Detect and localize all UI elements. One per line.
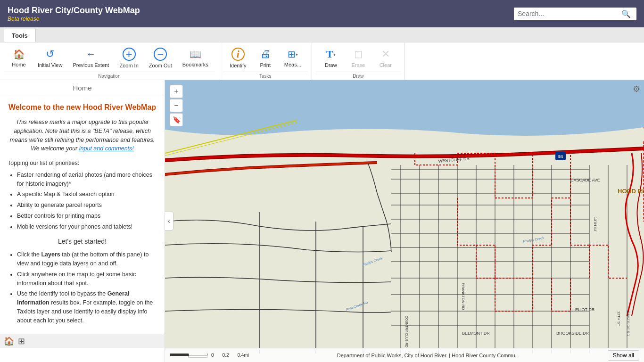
- measure-button[interactable]: ⊞ ▾ Meas...: [280, 47, 306, 69]
- instruction-item-1: Click the Layers tab (at the bottom of t…: [17, 250, 157, 268]
- clear-label: Clear: [380, 62, 392, 68]
- draw-group-label: Draw: [316, 72, 401, 80]
- left-panel: Home Welcome to the new Hood River WebMa…: [0, 80, 165, 362]
- print-button[interactable]: 🖨 Print: [252, 46, 279, 70]
- scale-labels-area: 0 0.2 0.4mi: [211, 353, 249, 358]
- print-icon: 🖨: [260, 48, 271, 60]
- beta-label: Beta release: [8, 16, 140, 22]
- measure-label: Meas...: [284, 62, 301, 67]
- priorities-list: Faster rendering of aerial photos (and m…: [8, 171, 157, 231]
- erase-button[interactable]: ◻ Erase: [345, 46, 372, 70]
- map-bottom-bar: 0 0.2 0.4mi Department of Public Works, …: [165, 348, 644, 362]
- zoom-in-label: Zoom In: [119, 63, 138, 68]
- svg-text:CASCADE AVE: CASCADE AVE: [570, 178, 600, 182]
- tasks-group-label: Tasks: [223, 72, 308, 80]
- welcome-title: Welcome to the new Hood River WebMap: [8, 102, 157, 113]
- map-zoom-in-button[interactable]: +: [170, 85, 183, 98]
- panel-header: Home: [0, 80, 165, 96]
- erase-label: Erase: [351, 62, 365, 68]
- instructions-list: Click the Layers tab (at the bottom of t…: [8, 250, 157, 325]
- zoom-out-button[interactable]: − Zoom Out: [144, 46, 177, 70]
- svg-text:13TH ST: 13TH ST: [593, 217, 597, 232]
- toolbar-draw-group: T ▾ Draw ◻ Erase ✕ Clear Draw: [312, 42, 405, 80]
- priority-item: Better controls for printing maps: [17, 212, 157, 221]
- svg-text:FRANKTON RD: FRANKTON RD: [461, 283, 465, 310]
- draw-text-icon: T: [326, 48, 333, 60]
- measure-dropdown-arrow: ▾: [296, 52, 298, 57]
- svg-rect-66: [170, 354, 189, 355]
- bookmarks-icon: 📖: [190, 49, 201, 60]
- search-input[interactable]: [518, 10, 621, 17]
- svg-rect-67: [189, 355, 207, 357]
- measure-icon: ⊞: [288, 49, 296, 60]
- scale-area: 0 0.2 0.4mi: [170, 351, 249, 360]
- scale-label-02: 0.2: [223, 353, 229, 358]
- toolbar-navigation-group: 🏠 Home ↺ Initial View ← Previous Extent …: [0, 42, 219, 80]
- attribution-text: Department of Public Works, City of Hood…: [337, 353, 520, 358]
- bookmarks-button[interactable]: 📖 Bookmarks: [178, 47, 213, 69]
- clear-icon: ✕: [381, 48, 390, 60]
- initial-view-icon: ↺: [46, 48, 54, 60]
- bottom-panel-tabs: 🏠 ⊞: [0, 334, 165, 348]
- intro-link[interactable]: input and comments!: [79, 145, 134, 152]
- identify-label: Identify: [230, 63, 246, 68]
- home-button[interactable]: 🏠 Home: [6, 47, 32, 69]
- general-info-bold: General Information: [17, 290, 129, 306]
- draw-button[interactable]: T ▾ Draw: [318, 46, 344, 70]
- initial-view-button[interactable]: ↺ Initial View: [33, 46, 67, 70]
- instruction-item-3: Use the Identify tool to bypass the Gene…: [17, 289, 157, 325]
- map-svg: WESTCLIFF DR CASCADE AVE OAK ST FRANKTON…: [165, 80, 644, 362]
- identify-button[interactable]: i Identify: [225, 46, 251, 70]
- show-all-button[interactable]: Show all: [608, 350, 639, 361]
- home-bottom-icon[interactable]: 🏠: [4, 336, 14, 346]
- navigation-buttons: 🏠 Home ↺ Initial View ← Previous Extent …: [4, 42, 215, 72]
- priorities-label: Topping our list of priorities:: [8, 159, 157, 168]
- draw-buttons: T ▾ Draw ◻ Erase ✕ Clear: [316, 42, 401, 72]
- map-container[interactable]: ‹: [165, 80, 644, 362]
- collapse-panel-button[interactable]: ‹: [165, 212, 173, 230]
- search-bar[interactable]: 🔍: [514, 8, 636, 20]
- scale-labels: 0 0.2 0.4mi: [211, 353, 249, 358]
- measure-btn-inner: ⊞ ▾: [288, 49, 298, 60]
- svg-text:12TH ST: 12TH ST: [617, 311, 621, 326]
- toolbar: 🏠 Home ↺ Initial View ← Previous Extent …: [0, 42, 644, 80]
- main-content: Home Welcome to the new Hood River WebMa…: [0, 80, 644, 362]
- clear-button[interactable]: ✕ Clear: [372, 46, 399, 70]
- priority-item: Faster rendering of aerial photos (and m…: [17, 171, 157, 189]
- layers-bottom-icon[interactable]: ⊞: [18, 336, 25, 346]
- zoom-in-icon: +: [123, 48, 136, 61]
- scale-label-04: 0.4mi: [238, 353, 249, 358]
- bookmarks-label: Bookmarks: [182, 62, 208, 67]
- header-title-block: Hood River City/County WebMap Beta relea…: [8, 6, 140, 22]
- toolbar-tasks-group: i Identify 🖨 Print ⊞ ▾ Meas... Tasks: [219, 42, 312, 80]
- intro-text: This release marks a major upgrade to th…: [8, 118, 157, 153]
- previous-extent-icon: ←: [86, 48, 96, 60]
- svg-text:EASTSIDE RD: EASTSIDE RD: [626, 311, 630, 337]
- print-label: Print: [260, 62, 271, 68]
- tasks-buttons: i Identify 🖨 Print ⊞ ▾ Meas...: [223, 42, 308, 72]
- layers-bold: Layers: [41, 251, 60, 258]
- previous-extent-label: Previous Extent: [73, 62, 109, 68]
- identify-icon: i: [231, 48, 245, 61]
- draw-btn-inner: T ▾: [326, 48, 336, 60]
- tab-tools[interactable]: Tools: [4, 29, 36, 42]
- app-title: Hood River City/County WebMap: [8, 6, 140, 16]
- zoom-in-button[interactable]: + Zoom In: [115, 46, 143, 70]
- draw-dropdown-arrow: ▾: [333, 52, 336, 57]
- zoom-out-icon: −: [154, 48, 167, 61]
- svg-text:BELMONT DR: BELMONT DR: [462, 331, 490, 336]
- app-header: Hood River City/County WebMap Beta relea…: [0, 0, 644, 27]
- erase-icon: ◻: [354, 48, 363, 60]
- map-bookmark-button[interactable]: 🔖: [170, 113, 183, 126]
- scale-bar-svg: [170, 351, 207, 360]
- previous-extent-button[interactable]: ← Previous Extent: [68, 46, 114, 70]
- initial-view-label: Initial View: [38, 62, 62, 68]
- priority-item: A specific Map & Taxlot search option: [17, 190, 157, 199]
- map-settings-icon[interactable]: ⚙: [633, 84, 640, 94]
- priority-item: Mobile versions for your phones and tabl…: [17, 222, 157, 231]
- svg-text:BROOKSIDE DR: BROOKSIDE DR: [556, 331, 589, 336]
- svg-text:COUNTRY CLUB RD: COUNTRY CLUB RD: [405, 316, 408, 347]
- scale-label-0: 0: [211, 353, 214, 358]
- home-label: Home: [12, 62, 25, 67]
- map-zoom-out-button[interactable]: −: [170, 99, 183, 112]
